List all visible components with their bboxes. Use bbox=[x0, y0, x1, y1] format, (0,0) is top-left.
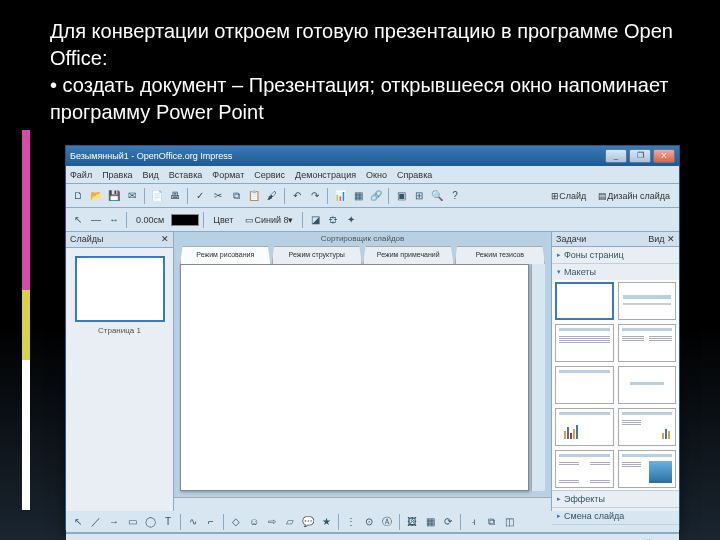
menu-slideshow[interactable]: Демонстрация bbox=[295, 170, 356, 180]
shadow-icon[interactable]: ◪ bbox=[307, 212, 323, 228]
spellcheck-icon[interactable]: ✓ bbox=[192, 188, 208, 204]
tab-drawing[interactable]: Режим рисования bbox=[180, 246, 271, 264]
select-icon[interactable]: ↖ bbox=[70, 514, 86, 530]
layout-chart[interactable] bbox=[555, 408, 614, 446]
layout-blank[interactable] bbox=[555, 282, 614, 320]
close-button[interactable]: X bbox=[653, 149, 675, 163]
glue-icon[interactable]: ⊙ bbox=[361, 514, 377, 530]
arrange-icon[interactable]: ⧉ bbox=[483, 514, 499, 530]
block-arrows-icon[interactable]: ⇨ bbox=[264, 514, 280, 530]
menu-file[interactable]: Файл bbox=[70, 170, 92, 180]
line-icon[interactable]: ／ bbox=[88, 514, 104, 530]
tasks-view-link[interactable]: Вид ✕ bbox=[648, 234, 675, 244]
menu-edit[interactable]: Правка bbox=[102, 170, 132, 180]
menu-format[interactable]: Формат bbox=[212, 170, 244, 180]
crop-icon[interactable]: ⯐ bbox=[325, 212, 341, 228]
tab-notes[interactable]: Режим примечаний bbox=[363, 246, 454, 264]
layout-content-chart[interactable] bbox=[618, 408, 677, 446]
print-icon[interactable]: 🖶 bbox=[167, 188, 183, 204]
accent-bar bbox=[22, 130, 30, 510]
undo-icon[interactable]: ↶ bbox=[289, 188, 305, 204]
basic-shapes-icon[interactable]: ◇ bbox=[228, 514, 244, 530]
menu-window[interactable]: Окно bbox=[366, 170, 387, 180]
maximize-button[interactable]: ❐ bbox=[629, 149, 651, 163]
fill-type-label[interactable]: Цвет bbox=[208, 212, 238, 228]
curve-icon[interactable]: ∿ bbox=[185, 514, 201, 530]
section-transition[interactable]: Смена слайда bbox=[552, 508, 679, 524]
workspace: Слайды ✕ Страница 1 Сортировщик слайдов … bbox=[66, 232, 679, 511]
tab-handout[interactable]: Режим тезисов bbox=[455, 246, 546, 264]
navigator-icon[interactable]: ⊞ bbox=[411, 188, 427, 204]
layout-title-content[interactable] bbox=[555, 324, 614, 362]
paste-icon[interactable]: 📋 bbox=[246, 188, 262, 204]
layout-four-content[interactable] bbox=[555, 450, 614, 488]
toolbar-standard: 🗋 📂 💾 ✉ 📄 🖶 ✓ ✂ ⧉ 📋 🖌 ↶ ↷ 📊 ▦ 🔗 ▣ ⊞ 🔍 ? … bbox=[66, 184, 679, 208]
table-icon[interactable]: ▦ bbox=[350, 188, 366, 204]
titlebar[interactable]: Безымянный1 - OpenOffice.org Impress _ ❐… bbox=[66, 146, 679, 166]
export-pdf-icon[interactable]: 📄 bbox=[149, 188, 165, 204]
from-file-icon[interactable]: 🖼 bbox=[404, 514, 420, 530]
slides-panel: Слайды ✕ Страница 1 bbox=[66, 232, 174, 511]
layout-title-only[interactable] bbox=[555, 366, 614, 404]
zoom-icon[interactable]: 🔍 bbox=[429, 188, 445, 204]
section-layouts[interactable]: Макеты bbox=[552, 264, 679, 280]
callouts-icon[interactable]: 💬 bbox=[300, 514, 316, 530]
redo-icon[interactable]: ↷ bbox=[307, 188, 323, 204]
text-icon[interactable]: T bbox=[160, 514, 176, 530]
close-panel-icon[interactable]: ✕ bbox=[161, 234, 169, 245]
flowchart-icon[interactable]: ▱ bbox=[282, 514, 298, 530]
symbol-shapes-icon[interactable]: ☺ bbox=[246, 514, 262, 530]
open-icon[interactable]: 📂 bbox=[88, 188, 104, 204]
fontwork-icon[interactable]: Ⓐ bbox=[379, 514, 395, 530]
align-icon[interactable]: ⫞ bbox=[465, 514, 481, 530]
stars-icon[interactable]: ★ bbox=[318, 514, 334, 530]
arrow-icon[interactable]: ↖ bbox=[70, 212, 86, 228]
toolbar-line-fill: ↖ — ↔ 0.00см Цвет ▭ Синий 8 ▾ ◪ ⯐ ✦ bbox=[66, 208, 679, 232]
new-icon[interactable]: 🗋 bbox=[70, 188, 86, 204]
ellipse-icon[interactable]: ◯ bbox=[142, 514, 158, 530]
menu-help[interactable]: Справка bbox=[397, 170, 432, 180]
layout-content-image[interactable] bbox=[618, 450, 677, 488]
rect-icon[interactable]: ▭ bbox=[124, 514, 140, 530]
slide-design-button[interactable]: ▤ Дизайн слайда bbox=[593, 188, 675, 204]
line-width-field[interactable]: 0.00см bbox=[131, 212, 169, 228]
effects-icon[interactable]: ✦ bbox=[343, 212, 359, 228]
save-icon[interactable]: 💾 bbox=[106, 188, 122, 204]
line-style-icon[interactable]: — bbox=[88, 212, 104, 228]
format-paint-icon[interactable]: 🖌 bbox=[264, 188, 280, 204]
section-master-pages[interactable]: Фоны страниц bbox=[552, 247, 679, 263]
layout-title[interactable] bbox=[618, 282, 677, 320]
vertical-scrollbar[interactable] bbox=[531, 264, 545, 491]
minimize-button[interactable]: _ bbox=[605, 149, 627, 163]
menu-view[interactable]: Вид bbox=[143, 170, 159, 180]
slide-canvas[interactable] bbox=[180, 264, 529, 491]
slide-button[interactable]: ⊞ Слайд bbox=[546, 188, 591, 204]
presentation-icon[interactable]: ▣ bbox=[393, 188, 409, 204]
help-icon[interactable]: ? bbox=[447, 188, 463, 204]
points-icon[interactable]: ⋮ bbox=[343, 514, 359, 530]
copy-icon[interactable]: ⧉ bbox=[228, 188, 244, 204]
connector-icon[interactable]: ⌐ bbox=[203, 514, 219, 530]
mail-icon[interactable]: ✉ bbox=[124, 188, 140, 204]
horizontal-scrollbar[interactable] bbox=[174, 497, 551, 511]
slide-thumbnail-1[interactable] bbox=[75, 256, 165, 322]
layout-two-content[interactable] bbox=[618, 324, 677, 362]
menu-insert[interactable]: Вставка bbox=[169, 170, 202, 180]
menubar: Файл Правка Вид Вставка Формат Сервис Де… bbox=[66, 166, 679, 184]
gallery-icon[interactable]: ▦ bbox=[422, 514, 438, 530]
tab-outline[interactable]: Режим структуры bbox=[272, 246, 363, 264]
cut-icon[interactable]: ✂ bbox=[210, 188, 226, 204]
arrow-line-icon[interactable]: → bbox=[106, 514, 122, 530]
rotate-icon[interactable]: ⟳ bbox=[440, 514, 456, 530]
statusbar: ± 2,77 / 16,51 13 0,00 × 0,00 43% Слайд … bbox=[66, 533, 679, 540]
extrusion-icon[interactable]: ◫ bbox=[501, 514, 517, 530]
line-color-swatch[interactable] bbox=[171, 214, 199, 226]
menu-tools[interactable]: Сервис bbox=[254, 170, 285, 180]
chart-icon[interactable]: 📊 bbox=[332, 188, 348, 204]
layout-centered[interactable] bbox=[618, 366, 677, 404]
hyperlink-icon[interactable]: 🔗 bbox=[368, 188, 384, 204]
fill-color-dropdown[interactable]: ▭ Синий 8 ▾ bbox=[240, 212, 298, 228]
impress-window: Безымянный1 - OpenOffice.org Impress _ ❐… bbox=[65, 145, 680, 530]
section-effects[interactable]: Эффекты bbox=[552, 491, 679, 507]
arrow-ends-icon[interactable]: ↔ bbox=[106, 212, 122, 228]
